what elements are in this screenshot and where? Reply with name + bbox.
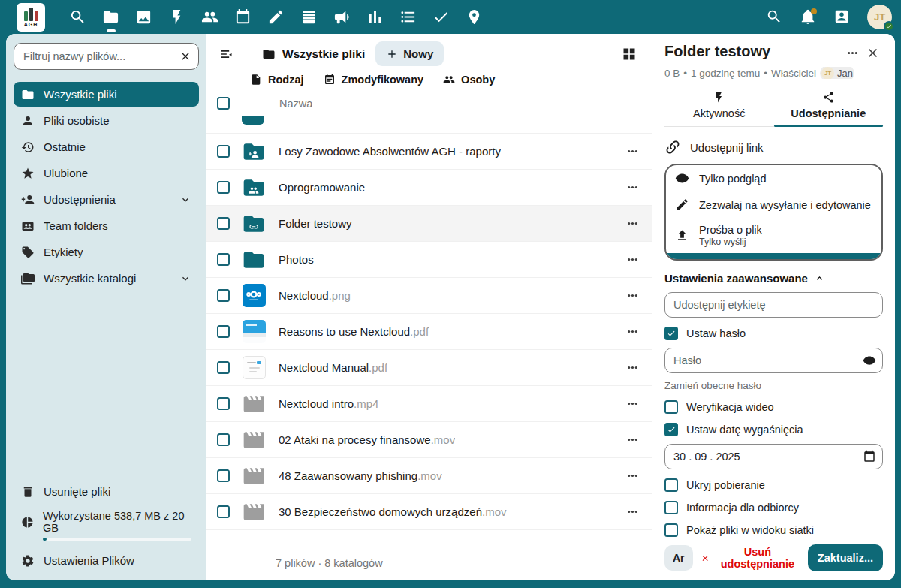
row-actions-button[interactable] — [625, 469, 640, 483]
panel-footer-extra-button[interactable]: Ar — [664, 545, 693, 571]
app-photos[interactable] — [135, 8, 152, 26]
sidebar-item-trash[interactable]: Usunięte pliki — [14, 479, 199, 504]
user-avatar[interactable]: JT — [867, 5, 892, 29]
row-checkbox[interactable] — [217, 253, 230, 266]
file-row[interactable]: Photos — [206, 242, 652, 278]
tab-aktywność[interactable]: Aktywność — [664, 86, 774, 126]
row-actions-button[interactable] — [625, 324, 640, 339]
row-actions-button[interactable] — [625, 433, 640, 447]
set-password-checkbox-row[interactable]: Ustaw hasło — [664, 327, 883, 340]
sidebar-item-ostatnie[interactable]: Ostatnie — [14, 134, 199, 159]
quota-block[interactable]: Wykorzystane 538,7 MB z 20 GB — [14, 507, 199, 545]
agh-logo[interactable]: AGH — [17, 3, 45, 32]
hide-download-checkbox-row[interactable]: Ukryj pobieranie — [664, 478, 883, 492]
file-row[interactable]: 48 Zaawansowany phishing.mov — [206, 458, 652, 494]
select-all-checkbox[interactable] — [217, 97, 230, 110]
file-row[interactable]: Nextcloud Manual.pdf — [206, 350, 652, 386]
sidebar-item-pliki-osobiste[interactable]: Pliki osobiste — [14, 108, 199, 133]
collapse-sidebar-button[interactable] — [215, 44, 237, 65]
share-option[interactable]: Zezwalaj na wysyłanie i edytowanie — [666, 191, 881, 218]
app-tasks[interactable] — [399, 8, 417, 26]
expand-toggle[interactable] — [179, 273, 191, 285]
sidebar-item-team-folders[interactable]: Team folders — [14, 213, 199, 238]
row-actions-button[interactable] — [625, 216, 640, 231]
sidebar-item-etykiety[interactable]: Etykiety — [14, 240, 199, 264]
delete-share-button[interactable]: Usuń udostępnianie — [701, 546, 800, 570]
row-actions-button[interactable] — [625, 360, 640, 375]
app-checks[interactable] — [432, 8, 450, 26]
share-option[interactable]: Uprawnienia niestandardoweCzytaj — [666, 253, 881, 261]
row-checkbox[interactable] — [217, 433, 230, 446]
checkbox-unchecked[interactable] — [664, 501, 678, 514]
sidebar-item-wszystkie-pliki[interactable]: Wszystkie pliki — [14, 82, 199, 107]
owner-pill[interactable]: JT Jan — [820, 67, 854, 79]
expiry-checkbox-row[interactable]: Ustaw datę wygaśnięcia — [664, 423, 883, 436]
checkbox-unchecked[interactable] — [664, 400, 678, 414]
update-share-button[interactable]: Zaktualiz... — [808, 544, 883, 571]
file-row[interactable]: Nextcloud intro.mp4 — [206, 386, 652, 422]
grid-view-files-checkbox-row[interactable]: Pokaż pliki w widoku siatki — [664, 523, 883, 537]
breadcrumb[interactable]: Wszystkie pliki — [262, 47, 365, 61]
contacts-menu-button[interactable] — [833, 8, 851, 26]
row-checkbox[interactable] — [217, 397, 230, 410]
file-row[interactable]: Folder testowy — [206, 206, 652, 242]
share-label-input[interactable] — [664, 292, 883, 318]
file-row[interactable]: Reasons to use Nextcloud.pdf — [206, 314, 652, 350]
share-option[interactable]: Prośba o plikTylko wyślij — [666, 218, 881, 253]
expand-toggle[interactable] — [179, 194, 191, 206]
panel-close-button[interactable] — [863, 43, 883, 63]
row-checkbox[interactable] — [217, 145, 230, 158]
file-row[interactable]: 02 Ataki na procesy finansowe.mov — [206, 422, 652, 458]
sidebar-item-ulubione[interactable]: Ulubione — [14, 161, 199, 185]
row-actions-button[interactable] — [625, 505, 640, 519]
row-checkbox[interactable] — [217, 217, 230, 230]
row-actions-button[interactable] — [625, 397, 640, 411]
row-checkbox[interactable] — [217, 469, 230, 482]
app-search[interactable] — [69, 8, 86, 26]
row-checkbox[interactable] — [217, 181, 230, 194]
app-analytics[interactable] — [366, 8, 384, 26]
video-verification-checkbox-row[interactable]: Weryfikacja wideo — [664, 400, 883, 414]
panel-actions-button[interactable] — [842, 43, 863, 63]
show-password-button[interactable] — [863, 354, 876, 367]
expiry-date-input[interactable] — [664, 444, 883, 469]
password-input[interactable] — [664, 348, 883, 373]
file-row[interactable]: Oprogramowanie — [206, 170, 652, 206]
replace-password-hint[interactable]: Zamień obecne hasło — [664, 380, 883, 391]
row-checkbox[interactable] — [217, 325, 230, 338]
share-option[interactable]: Tylko podgląd — [666, 165, 881, 191]
app-deck[interactable] — [300, 8, 318, 26]
filter-clear-button[interactable] — [176, 47, 194, 65]
share-link-label[interactable]: Udostępnij link — [690, 141, 764, 154]
row-actions-button[interactable] — [625, 180, 640, 194]
unified-search-button[interactable] — [766, 8, 783, 26]
app-announcements[interactable] — [333, 8, 351, 26]
checkbox-unchecked[interactable] — [664, 478, 678, 492]
app-files[interactable] — [102, 8, 119, 26]
app-maps[interactable] — [466, 8, 483, 26]
app-calendar[interactable] — [234, 8, 252, 26]
file-row[interactable]: Nextcloud.png — [206, 278, 652, 314]
filter-chip-rodzaj[interactable]: Rodzaj — [250, 74, 304, 86]
file-row[interactable]: Losy Zawodowe Absolwentów AGH - raporty — [206, 134, 652, 170]
row-actions-button[interactable] — [625, 252, 640, 267]
filter-chip-osoby[interactable]: Osoby — [443, 74, 495, 86]
sidebar-item-settings[interactable]: Ustawienia Plików — [14, 548, 199, 573]
grid-view-toggle[interactable] — [619, 44, 640, 65]
sidebar-item-udostępnienia[interactable]: Udostępnienia — [14, 187, 199, 212]
column-header-name[interactable]: Nazwa — [279, 98, 312, 110]
row-checkbox[interactable] — [217, 505, 230, 518]
note-to-recipient-checkbox-row[interactable]: Informacja dla odbiorcy — [664, 501, 883, 514]
sidebar-item-wszystkie-katalogi[interactable]: Wszystkie katalogi — [14, 266, 199, 291]
row-checkbox[interactable] — [217, 289, 230, 302]
notifications-button[interactable] — [800, 8, 817, 26]
row-actions-button[interactable] — [625, 288, 640, 303]
filter-chip-zmodyfikowany[interactable]: Zmodyfikowany — [324, 74, 424, 86]
calendar-picker-button[interactable] — [863, 450, 876, 463]
new-button[interactable]: Nowy — [375, 41, 444, 66]
checkbox-unchecked[interactable] — [664, 523, 678, 537]
filter-files-input[interactable] — [14, 43, 199, 70]
checkbox-checked[interactable] — [664, 327, 678, 340]
row-actions-button[interactable] — [625, 144, 640, 158]
advanced-settings-toggle[interactable]: Ustawienia zaawansowane — [664, 272, 883, 285]
